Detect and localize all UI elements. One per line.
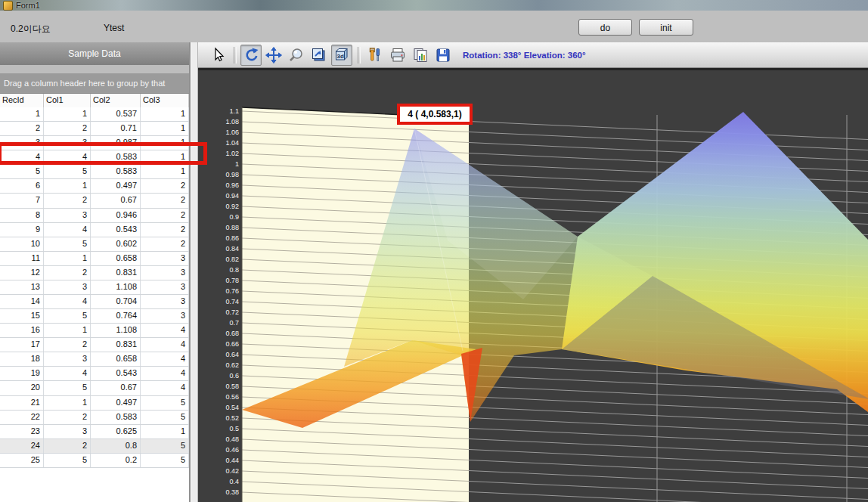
y-axis-tick-label: 0.56	[198, 393, 239, 401]
table-cell: 0.497	[91, 179, 141, 193]
y-axis-tick-label: 1.06	[198, 129, 239, 137]
table-cell: 0.583	[91, 411, 141, 424]
table-cell: 5	[44, 309, 91, 323]
y-axis-tick-label: 0.54	[198, 404, 239, 412]
print-icon[interactable]	[387, 45, 408, 66]
table-cell: 0.658	[91, 352, 141, 366]
table-cell: 4	[141, 338, 189, 352]
table-cell: 0.946	[91, 209, 141, 222]
table-cell: 1	[44, 252, 91, 265]
table-row[interactable]: 2330.6251	[0, 425, 189, 439]
surface-chart[interactable]	[198, 42, 868, 502]
init-button[interactable]: init	[639, 19, 693, 36]
table-cell: 16	[0, 324, 44, 337]
table-cell: 1	[141, 122, 189, 135]
app-icon	[3, 1, 13, 11]
table-row[interactable]: 1331.1083	[0, 280, 189, 295]
column-header-col1[interactable]: Col1	[44, 94, 91, 107]
edit-tools-icon[interactable]	[364, 45, 386, 66]
table-cell: 0.831	[91, 338, 141, 352]
zoom-box-icon[interactable]	[308, 45, 330, 66]
table-cell: 11	[0, 252, 44, 265]
table-cell: 1	[141, 425, 189, 438]
table-cell: 0.543	[91, 367, 141, 380]
table-cell: 1	[44, 324, 91, 337]
table-cell: 2	[141, 179, 189, 193]
y-axis-tick-label: 0.64	[198, 351, 239, 359]
chart-toolbar: 3d Rotation: 338° Elevation: 360°	[198, 42, 868, 68]
table-cell: 2	[141, 209, 189, 222]
table-cell: 15	[0, 309, 44, 323]
table-cell: 2	[44, 411, 91, 424]
table-row[interactable]: 1440.7043	[0, 295, 189, 309]
table-cell: 2	[44, 338, 91, 352]
row-highlight-annotation	[0, 142, 207, 165]
do-button[interactable]: do	[578, 19, 632, 36]
top-toolbar: 0.2이다요 Ytest do init	[0, 11, 868, 43]
table-row[interactable]: 1110.6583	[0, 252, 189, 266]
table-cell: 2	[44, 122, 91, 135]
table-row[interactable]: 2050.674	[0, 381, 189, 395]
point-tooltip: 4 ( 4,0.583,1)	[397, 104, 473, 125]
table-row[interactable]: 1940.5434	[0, 367, 189, 381]
table-cell: 25	[0, 454, 44, 467]
table-cell: 0.831	[91, 266, 141, 280]
table-row[interactable]: 940.5432	[0, 223, 189, 237]
panel-title: Sample Data	[0, 42, 189, 66]
save-icon[interactable]	[432, 45, 454, 66]
table-cell: 2	[141, 194, 189, 207]
y-axis-tick-label: 0.86	[198, 234, 239, 243]
table-cell: 4	[44, 295, 91, 308]
table-row[interactable]: 2420.85	[0, 439, 189, 454]
table-cell: 1.108	[91, 324, 141, 337]
table-row[interactable]: 1050.6022	[0, 237, 189, 252]
table-row[interactable]: 830.9462	[0, 209, 189, 223]
column-header-col2[interactable]: Col2	[91, 94, 141, 107]
table-row[interactable]: 220.711	[0, 122, 189, 136]
table-cell: 3	[44, 425, 91, 438]
table-row[interactable]: 2550.25	[0, 454, 189, 468]
table-cell: 0.625	[91, 425, 141, 438]
y-axis-tick-label: 0.9	[198, 213, 239, 222]
grid-column-header[interactable]: RecIdCol1Col2Col3	[0, 94, 189, 108]
table-cell: 20	[0, 381, 44, 395]
table-cell: 5	[44, 165, 91, 178]
table-row[interactable]: 610.4972	[0, 179, 189, 194]
title-bar[interactable]: Form1	[0, 0, 868, 11]
table-cell: 22	[0, 411, 44, 424]
table-row[interactable]: 1220.8313	[0, 266, 189, 280]
y-axis-tick-label: 0.42	[198, 467, 239, 476]
column-header-recid[interactable]: RecId	[0, 94, 44, 107]
panel-gap	[0, 65, 189, 73]
table-cell: 0.2	[91, 454, 141, 467]
table-row[interactable]: 1611.1084	[0, 324, 189, 338]
move-icon[interactable]	[263, 45, 284, 66]
table-row[interactable]: 550.5831	[0, 165, 189, 179]
value-label: 0.2이다요	[11, 23, 51, 36]
group-by-hint[interactable]: Drag a column header here to group by th…	[0, 73, 189, 94]
table-cell: 0.704	[91, 295, 141, 308]
table-cell: 2	[0, 122, 44, 135]
table-row[interactable]: 1550.7643	[0, 309, 189, 324]
zoom-icon[interactable]	[286, 45, 307, 66]
table-row[interactable]: 720.672	[0, 194, 189, 208]
panel-splitter[interactable]	[191, 42, 198, 502]
y-axis-tick-label: 0.96	[198, 181, 239, 190]
table-row[interactable]: 110.5371	[0, 107, 189, 122]
table-row[interactable]: 1720.8314	[0, 338, 189, 352]
rotate-icon[interactable]	[240, 45, 262, 66]
copy-gallery-icon[interactable]	[410, 45, 431, 66]
sample-data-panel: Sample Data Drag a column header here to…	[0, 42, 191, 502]
table-cell: 21	[0, 396, 44, 410]
3d-icon[interactable]: 3d	[331, 45, 352, 66]
table-row[interactable]: 2220.5835	[0, 411, 189, 425]
y-axis-tick-label: 0.84	[198, 245, 239, 253]
table-cell: 3	[141, 309, 189, 323]
table-row[interactable]: 1830.6584	[0, 352, 189, 367]
pointer-icon[interactable]	[207, 45, 228, 66]
column-header-col3[interactable]: Col3	[141, 94, 189, 107]
table-cell: 5	[141, 411, 189, 424]
table-cell: 8	[0, 209, 44, 222]
table-row[interactable]: 2110.4975	[0, 396, 189, 411]
table-cell: 12	[0, 266, 44, 280]
